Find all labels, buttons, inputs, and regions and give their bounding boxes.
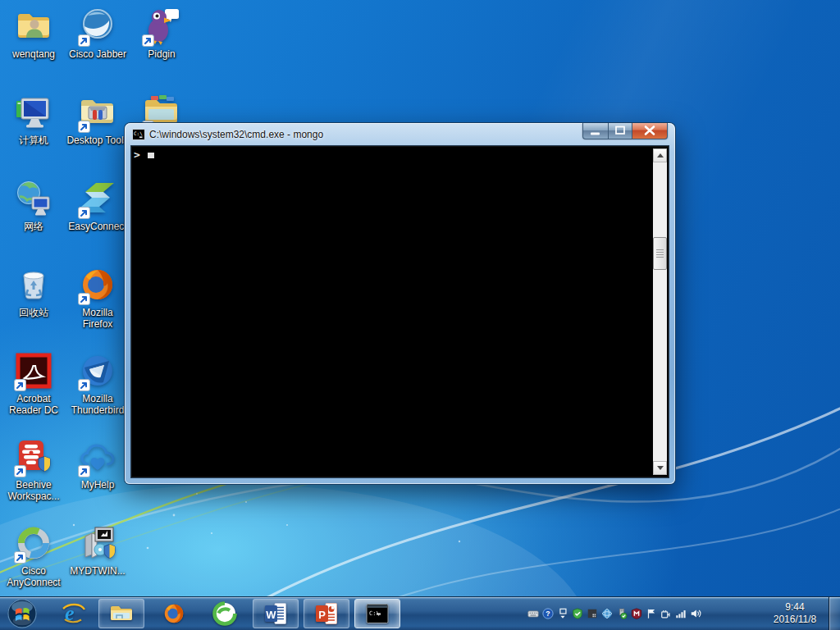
shortcut-arrow-icon [14,379,26,391]
show-desktop-button[interactable] [829,597,840,630]
desktop-icon-recycle-bin[interactable]: 回收站 [2,265,65,347]
desktop-icon-image [14,93,53,132]
desktop-icon-network[interactable]: 网络 [2,179,65,261]
desktop-icon-image [78,93,117,132]
start-button[interactable] [7,598,38,629]
terminal-output: > [134,148,652,475]
desktop-icon-label: MYDTWIN... [70,565,125,577]
taskbar-clock[interactable]: 9:44 2016/11/8 [761,597,829,630]
maximize-button[interactable] [608,123,632,139]
terminal-client-area[interactable]: > [131,146,669,477]
desktop-icon-acrobat-reader-dc[interactable]: Acrobat Reader DC [2,351,65,433]
desktop-icon-label: 计算机 [19,135,48,146]
shortcut-arrow-icon [78,207,90,219]
shortcut-arrow-icon [78,379,90,391]
desktop-icon-image [78,351,117,390]
windows-logo-icon [7,598,38,629]
desktop-icon-mozilla-thunderbird[interactable]: Mozilla Thunderbird [66,351,129,433]
tray-icon-signal[interactable] [675,608,687,619]
taskbar-button-cmd[interactable]: C:\ [354,599,400,628]
taskbar-button-internet-explorer[interactable]: e [51,599,97,628]
desktop-icon-label: 回收站 [19,307,48,318]
taskbar-button-windows-explorer[interactable] [98,599,144,628]
app-icon [14,93,53,132]
desktop-icon-label: Desktop Tools [66,135,128,146]
desktop-icon-label: EasyConnect [68,221,126,232]
desktop-icon-cisco-jabber[interactable]: Cisco Jabber [66,7,129,89]
desktop-icon-pidgin[interactable]: Pidgin [130,7,193,89]
tray-icon-usb[interactable] [616,608,628,619]
desktop-icon-easyconnect[interactable]: EasyConnect [66,179,129,261]
tray-icon-help[interactable]: ? [542,608,554,619]
desktop-icon-image [78,523,117,563]
app-icon [14,179,53,218]
taskbar-app-icon: P [314,601,339,626]
taskbar-button-green-browser[interactable] [202,599,248,628]
tray-icon-plug[interactable] [660,608,672,619]
shortcut-arrow-icon [78,293,90,305]
desktop-icon-image [78,7,117,46]
scrollbar-down-button[interactable] [653,461,667,475]
desktop-icon-label: Cisco AnyConnect [2,565,65,588]
taskbar-button-word[interactable]: W [253,599,299,628]
desktop-icon-computer[interactable]: 计算机 [2,93,65,175]
terminal-cursor [148,153,154,158]
app-icon [78,523,117,563]
tray-icon-mcafee[interactable] [631,608,642,619]
desktop-icon-desktop-tools[interactable]: Desktop Tools [66,93,129,175]
desktop-icon-image [142,7,181,46]
taskbar-button-firefox[interactable] [151,599,197,628]
shortcut-arrow-icon [78,121,90,133]
desktop-icon-label: 网络 [24,221,43,232]
desktop-icon-cisco-anyconnect[interactable]: Cisco AnyConnect [2,523,65,605]
tray-icon-expand[interactable] [557,608,568,619]
desktop-icon-beehive-workspace[interactable]: Beehive Workspac... [2,437,65,519]
taskbar-button-powerpoint[interactable]: P [304,599,349,628]
taskbar-app-icon: W [263,601,288,626]
terminal-prompt-line: > [134,148,652,162]
system-tray: ? [527,597,701,630]
taskbar-app-icon: e [62,601,86,626]
tray-icon-globe[interactable] [601,608,613,619]
scrollbar-up-button[interactable] [653,148,667,162]
minimize-button[interactable] [582,123,608,139]
desktop-icon-image [14,351,53,390]
desktop-icon-label: Mozilla Thunderbird [66,393,129,416]
scroll-down-icon [657,466,664,470]
clock-date: 2016/11/8 [774,614,817,626]
terminal-prompt: > [134,148,140,161]
desktop-icon-image [14,265,53,304]
app-icon [14,265,53,304]
caption-buttons [582,123,668,139]
svg-text:P: P [318,609,326,621]
shortcut-arrow-icon [14,465,26,477]
tray-icon-speaker[interactable] [690,608,701,619]
desktop-icon-image [14,437,53,477]
desktop-icon-label: MyHelp [81,479,115,491]
desktop-icon-myhelp[interactable]: MyHelp [66,437,129,519]
shortcut-arrow-icon [142,34,154,47]
desktop-icon-image [14,179,53,218]
shortcut-arrow-icon [78,34,90,47]
clock-time: 9:44 [785,601,804,614]
tray-icon-shield-green[interactable] [572,608,583,619]
shortcut-arrow-icon [78,465,90,477]
tray-icon-keyboard[interactable] [527,608,539,619]
desktop-icon-image [14,7,53,46]
desktop-icon-wenqtang[interactable]: wenqtang [2,7,65,89]
desktop-icon-mozilla-firefox[interactable]: Mozilla Firefox [66,265,129,347]
desktop-icon-label: Pidgin [148,48,175,60]
scrollbar-thumb[interactable] [653,237,667,270]
terminal-scrollbar[interactable] [653,148,667,475]
desktop-icon-mydtwin[interactable]: MYDTWIN... [66,523,129,605]
tray-icon-flag[interactable] [646,608,657,619]
taskbar-app-icon: C:\ [365,601,390,626]
svg-text:?: ? [546,609,550,618]
taskbar-app-icon [212,601,237,626]
svg-text:C:\: C:\ [134,130,143,136]
desktop-icon-label: Mozilla Firefox [66,307,129,330]
close-button[interactable] [632,123,668,139]
desktop-icon-image [78,265,117,304]
tray-icon-grid[interactable] [587,608,598,619]
desktop-icon-label: wenqtang [12,48,55,60]
